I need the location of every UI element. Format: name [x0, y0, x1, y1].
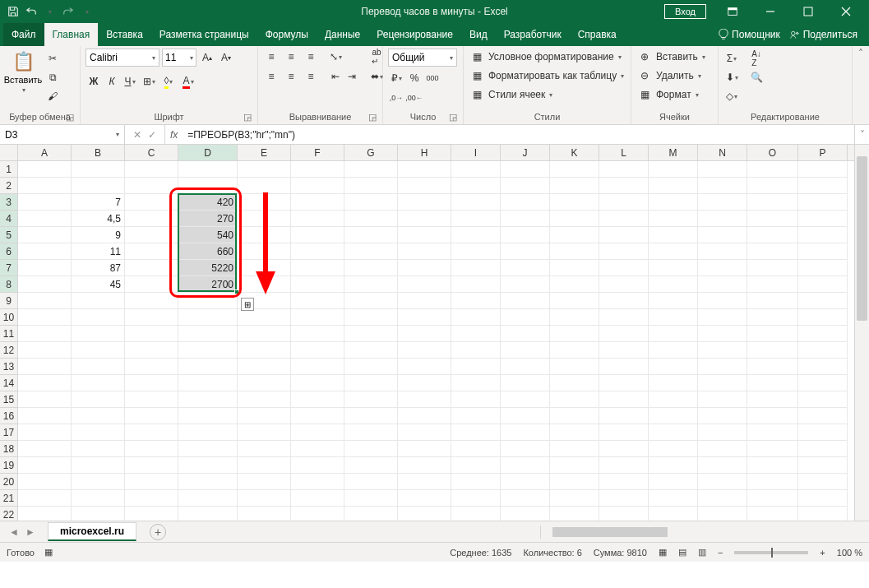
cell-G3[interactable] [344, 194, 398, 211]
zoom-slider[interactable] [734, 551, 808, 554]
cell-L3[interactable] [599, 194, 649, 211]
cell-N18[interactable] [698, 441, 747, 457]
cell-K2[interactable] [550, 178, 599, 194]
cell-P6[interactable] [798, 243, 848, 260]
signin-button[interactable]: Вход [664, 4, 706, 19]
cell-A15[interactable] [18, 391, 72, 408]
cell-N11[interactable] [698, 326, 747, 342]
cell-F13[interactable] [291, 359, 344, 375]
cell-F12[interactable] [291, 342, 344, 359]
cell-L4[interactable] [599, 211, 649, 227]
paste-button[interactable]: 📋 Вставить ▾ [5, 49, 41, 94]
row-header-4[interactable]: 4 [0, 211, 17, 227]
cell-O19[interactable] [747, 457, 798, 474]
cell-E19[interactable] [238, 457, 291, 474]
cell-J13[interactable] [501, 359, 550, 375]
cell-C13[interactable] [125, 359, 178, 375]
cell-J12[interactable] [501, 342, 550, 359]
tab-data[interactable]: Данные [317, 23, 368, 46]
cell-P8[interactable] [798, 276, 848, 293]
cell-A13[interactable] [18, 359, 72, 375]
column-header-O[interactable]: O [747, 145, 798, 160]
cell-J3[interactable] [501, 194, 550, 211]
cell-K4[interactable] [550, 211, 599, 227]
cell-N19[interactable] [698, 457, 747, 474]
cell-D9[interactable] [178, 293, 238, 309]
cell-O2[interactable] [747, 178, 798, 194]
cell-N20[interactable] [698, 474, 747, 490]
cell-B16[interactable] [72, 408, 125, 424]
column-headers[interactable]: ABCDEFGHIJKLMNOP [18, 145, 854, 161]
cell-O12[interactable] [747, 342, 798, 359]
cell-M7[interactable] [649, 260, 698, 276]
cell-M5[interactable] [649, 227, 698, 243]
cell-K15[interactable] [550, 391, 599, 408]
cell-B15[interactable] [72, 391, 125, 408]
increase-indent-icon[interactable]: ⇥ [344, 68, 360, 85]
cell-H18[interactable] [398, 441, 451, 457]
cell-H20[interactable] [398, 474, 451, 490]
cell-A2[interactable] [18, 178, 72, 194]
column-header-G[interactable]: G [344, 145, 398, 160]
merge-icon[interactable]: ⬌▾ [368, 68, 385, 85]
zoom-in-button[interactable]: + [820, 548, 825, 558]
cell-K19[interactable] [550, 457, 599, 474]
cell-C19[interactable] [125, 457, 178, 474]
cell-I10[interactable] [451, 309, 501, 326]
spreadsheet-grid[interactable]: ABCDEFGHIJKLMNOP 12345678910111213141516… [0, 145, 869, 521]
cell-L15[interactable] [599, 391, 649, 408]
column-header-F[interactable]: F [291, 145, 344, 160]
cell-A6[interactable] [18, 243, 72, 260]
view-page-icon[interactable]: ▤ [678, 547, 686, 558]
fill-icon[interactable]: ⬇▾ [723, 69, 740, 86]
tab-formulas[interactable]: Формулы [257, 23, 317, 46]
cell-J2[interactable] [501, 178, 550, 194]
cell-N5[interactable] [698, 227, 747, 243]
cell-M12[interactable] [649, 342, 698, 359]
sheet-tab-active[interactable]: microexcel.ru [48, 522, 136, 541]
cell-H10[interactable] [398, 309, 451, 326]
cell-C1[interactable] [125, 161, 178, 178]
cell-I18[interactable] [451, 441, 501, 457]
cell-H21[interactable] [398, 490, 451, 507]
cell-A12[interactable] [18, 342, 72, 359]
cells-area[interactable]: 74204,5270954011660875220452700⊞ [18, 161, 854, 521]
cell-O1[interactable] [747, 161, 798, 178]
cell-L20[interactable] [599, 474, 649, 490]
tell-me[interactable]: Помощник [719, 29, 780, 40]
cell-I8[interactable] [451, 276, 501, 293]
cell-I17[interactable] [451, 424, 501, 441]
row-header-1[interactable]: 1 [0, 161, 17, 178]
cell-A4[interactable] [18, 211, 72, 227]
cell-P14[interactable] [798, 375, 848, 391]
cell-E10[interactable] [238, 309, 291, 326]
cell-K22[interactable] [550, 507, 599, 521]
row-header-7[interactable]: 7 [0, 260, 17, 276]
cell-J14[interactable] [501, 375, 550, 391]
cell-P11[interactable] [798, 326, 848, 342]
cell-K1[interactable] [550, 161, 599, 178]
cell-I5[interactable] [451, 227, 501, 243]
format-as-table-button[interactable]: ▦Форматировать как таблицу▾ [469, 67, 624, 84]
cell-I6[interactable] [451, 243, 501, 260]
launcher-icon[interactable]: ◲ [448, 112, 458, 122]
fill-color-icon[interactable]: ◊▾ [159, 73, 178, 90]
wrap-text-icon[interactable]: ab↵ [368, 49, 385, 65]
cell-L6[interactable] [599, 243, 649, 260]
cell-D7[interactable]: 5220 [178, 260, 238, 276]
cell-M2[interactable] [649, 178, 698, 194]
cell-C6[interactable] [125, 243, 178, 260]
column-header-B[interactable]: B [72, 145, 125, 160]
cell-F22[interactable] [291, 507, 344, 521]
cell-H16[interactable] [398, 408, 451, 424]
cell-J4[interactable] [501, 211, 550, 227]
cell-M15[interactable] [649, 391, 698, 408]
cell-K12[interactable] [550, 342, 599, 359]
cell-B2[interactable] [72, 178, 125, 194]
cell-I21[interactable] [451, 490, 501, 507]
cell-A14[interactable] [18, 375, 72, 391]
cell-M19[interactable] [649, 457, 698, 474]
cell-H5[interactable] [398, 227, 451, 243]
cell-M11[interactable] [649, 326, 698, 342]
cell-A19[interactable] [18, 457, 72, 474]
